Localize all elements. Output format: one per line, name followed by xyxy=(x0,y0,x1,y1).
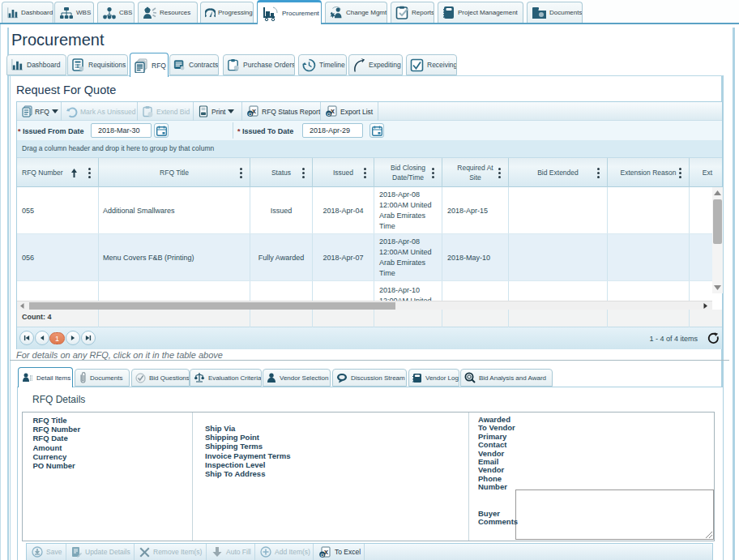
svg-text:o: o xyxy=(249,110,253,118)
svg-text:o: o xyxy=(321,551,325,558)
svg-text:o: o xyxy=(327,110,331,118)
